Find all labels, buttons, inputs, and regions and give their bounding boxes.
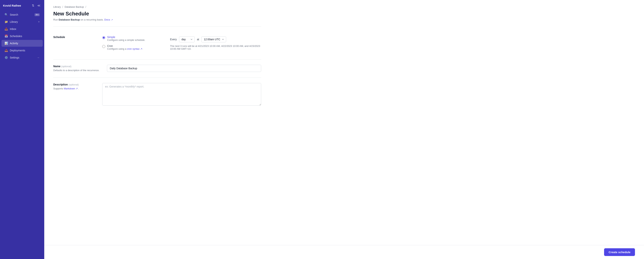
sidebar-header: Kovid Rathee ⇅ ≪ <box>0 0 44 10</box>
sidebar-header-actions: ⇅ ≪ <box>31 4 41 8</box>
subtitle-prefix: Run <box>53 18 59 21</box>
at-label: at <box>197 38 199 41</box>
frequency-select[interactable]: day hour week month <box>179 36 195 42</box>
schedule-left: Simple Configure using a simple schedule… <box>102 36 159 54</box>
schedule-simple-option[interactable]: Simple Configure using a simple schedule… <box>102 36 159 42</box>
next-runs-text: The next 3 runs will be at 4/21/2023 10:… <box>170 44 261 50</box>
schedule-form-row: Schedule Simple Configure using a simple… <box>53 30 261 60</box>
name-control-col <box>107 65 261 72</box>
simple-radio-desc: Configure using a simple schedule. <box>107 38 145 42</box>
sidebar-item-schedules[interactable]: 📅 Schedules <box>2 33 43 40</box>
schedule-options: Simple Configure using a simple schedule… <box>102 36 159 50</box>
settings-arrow-icon: → <box>37 56 40 59</box>
name-section-desc: Defaults to a description of the recurre… <box>53 68 100 72</box>
breadcrumb-separator-2: / <box>86 5 86 8</box>
sidebar-item-label: Deployments <box>10 49 40 52</box>
deployments-icon: 📤 <box>4 49 8 52</box>
time-select[interactable]: 12:00am UTC 1:00am UTC 6:00am UTC 12:00p… <box>201 36 226 42</box>
sidebar-item-deployments[interactable]: 📤 Deployments <box>2 47 43 54</box>
library-icon: 📁 <box>4 20 8 24</box>
schedule-cron-text: Cron Configure using a cron syntax ↗. <box>107 44 143 50</box>
description-section-desc: Supports Markdown ↗. <box>53 87 95 90</box>
main-content: Library / Database Backup / New Schedule… <box>44 0 644 259</box>
breadcrumb-database-backup[interactable]: Database Backup <box>64 6 84 8</box>
sidebar-item-inbox[interactable]: 📥 Inbox <box>2 26 43 32</box>
sidebar-item-label: Library <box>10 20 36 23</box>
activity-icon: 📊 <box>4 42 8 45</box>
page-footer: Create schedule <box>44 245 644 259</box>
description-optional-label: (optional) <box>68 83 79 86</box>
sidebar-expand-icon[interactable]: ⇅ <box>31 4 35 8</box>
external-icon: ↗ <box>140 48 142 50</box>
name-section-label: Name (optional) <box>53 65 100 68</box>
simple-radio-label: Simple <box>107 36 145 38</box>
markdown-link[interactable]: Markdown ↗ <box>64 87 78 90</box>
name-optional-label: (optional) <box>61 65 71 68</box>
breadcrumb-separator: / <box>62 5 63 8</box>
name-label-col: Name (optional) Defaults to a descriptio… <box>53 65 100 72</box>
breadcrumb: Library / Database Backup / <box>53 5 261 8</box>
schedule-control-col: Simple Configure using a simple schedule… <box>102 36 261 54</box>
breadcrumb-library[interactable]: Library <box>53 6 61 8</box>
schedule-cron-option[interactable]: Cron Configure using a cron syntax ↗. <box>102 44 159 50</box>
inbox-icon: 📥 <box>4 27 8 31</box>
schedule-main-row: Simple Configure using a simple schedule… <box>102 36 261 54</box>
schedule-simple-radio[interactable] <box>102 36 105 39</box>
subtitle-suffix: on a recurring basis. <box>80 18 104 21</box>
sidebar-item-settings[interactable]: ⚙️ Settings → <box>2 54 43 61</box>
page-subtitle: Run Database Backup on a recurring basis… <box>53 18 261 21</box>
sidebar-item-label: Search <box>10 13 32 16</box>
name-input[interactable] <box>107 65 261 72</box>
library-add-icon[interactable]: + <box>38 20 40 24</box>
description-form-row: Description (optional) Supports Markdown… <box>53 78 261 112</box>
search-icon: 🔍 <box>4 13 8 16</box>
schedule-cron-radio[interactable] <box>102 45 105 48</box>
sidebar-item-label: Activity <box>10 42 40 45</box>
cron-radio-label: Cron <box>107 44 143 48</box>
sidebar-item-label: Inbox <box>10 28 40 30</box>
description-label-col: Description (optional) Supports Markdown… <box>53 83 95 90</box>
sidebar-user-name: Kovid Rathee <box>3 4 21 7</box>
external-link-icon: ↗ <box>111 19 113 21</box>
sidebar-item-label: Schedules <box>10 35 40 38</box>
description-control-col <box>102 83 261 106</box>
sidebar-collapse-icon[interactable]: ≪ <box>36 4 41 8</box>
sidebar: Kovid Rathee ⇅ ≪ 🔍 Search ⌘K 📁 Library +… <box>0 0 44 259</box>
create-schedule-button[interactable]: Create schedule <box>604 248 635 256</box>
name-form-row: Name (optional) Defaults to a descriptio… <box>53 60 261 78</box>
docs-link[interactable]: Docs ↗ <box>104 18 113 21</box>
sidebar-item-search[interactable]: 🔍 Search ⌘K <box>2 11 43 18</box>
sidebar-item-label: Settings <box>10 56 35 59</box>
subtitle-bold: Database Backup <box>59 18 80 21</box>
sidebar-search-badge: ⌘K <box>34 13 40 16</box>
every-label: Every <box>170 38 177 41</box>
external-link-desc-icon: ↗ <box>76 87 78 90</box>
cron-syntax-link[interactable]: cron syntax ↗ <box>127 48 142 50</box>
schedule-section-label: Schedule <box>53 36 95 38</box>
page-title: New Schedule <box>53 11 261 17</box>
schedule-label-col: Schedule <box>53 36 95 39</box>
sidebar-nav: 🔍 Search ⌘K 📁 Library + 📥 Inbox 📅 Schedu… <box>0 10 44 259</box>
cron-radio-desc: Configure using a cron syntax ↗. <box>107 48 143 50</box>
schedule-config: Every day hour week month at 12:00am UTC… <box>170 36 261 42</box>
description-section-label: Description (optional) <box>53 83 95 86</box>
schedules-icon: 📅 <box>4 34 8 38</box>
sidebar-item-activity[interactable]: 📊 Activity <box>2 40 43 47</box>
schedule-right: Every day hour week month at 12:00am UTC… <box>170 36 261 50</box>
schedule-simple-text: Simple Configure using a simple schedule… <box>107 36 145 42</box>
sidebar-item-library[interactable]: 📁 Library + <box>2 18 43 25</box>
description-textarea[interactable] <box>102 83 261 106</box>
settings-icon: ⚙️ <box>4 56 8 59</box>
section-divider-top <box>53 26 261 26</box>
